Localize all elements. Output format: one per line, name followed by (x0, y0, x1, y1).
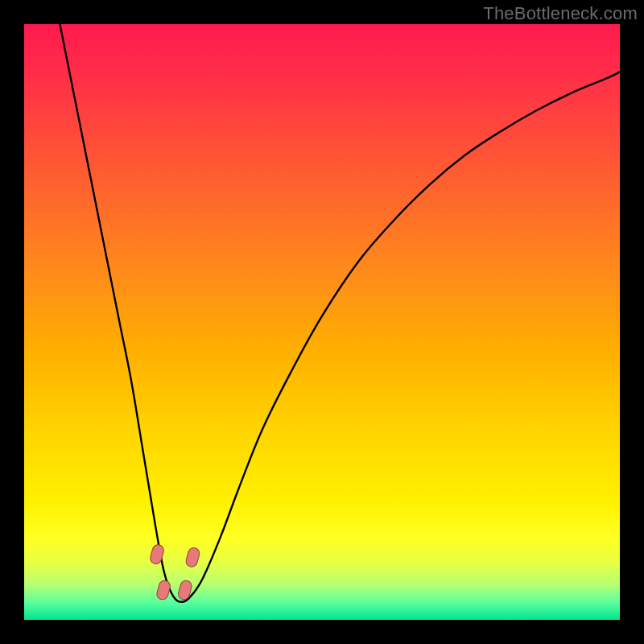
chart-stage: TheBottleneck.com (0, 0, 644, 644)
bottleneck-curve (60, 24, 620, 602)
marker-left-lower (155, 580, 171, 601)
watermark-text: TheBottleneck.com (483, 3, 638, 24)
marker-right-upper (185, 547, 201, 568)
curve-layer (24, 24, 620, 620)
plot-area (24, 24, 620, 620)
